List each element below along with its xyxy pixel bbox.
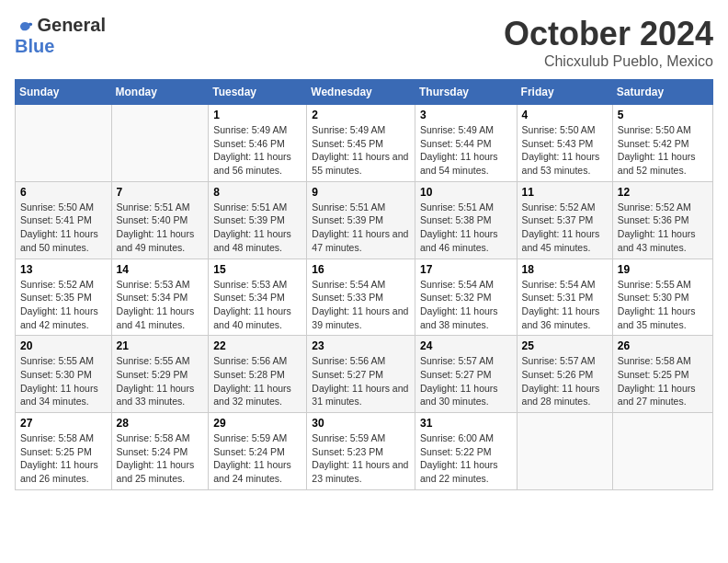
day-number: 8 [213,186,301,199]
day-info: Sunrise: 5:51 AMSunset: 5:39 PMDaylight:… [312,201,410,255]
logo-blue-text: Blue [15,36,54,56]
day-info: Sunrise: 5:56 AMSunset: 5:28 PMDaylight:… [213,354,301,408]
header-day-thursday: Thursday [415,80,517,105]
day-info: Sunrise: 5:51 AMSunset: 5:39 PMDaylight:… [213,201,301,255]
calendar-cell: 19Sunrise: 5:55 AMSunset: 5:30 PMDayligh… [612,259,712,336]
day-number: 3 [420,109,512,121]
week-row-3: 13Sunrise: 5:52 AMSunset: 5:35 PMDayligh… [16,259,713,336]
day-info: Sunrise: 5:54 AMSunset: 5:33 PMDaylight:… [312,278,410,332]
day-number: 28 [117,417,204,430]
calendar-cell: 9Sunrise: 5:51 AMSunset: 5:39 PMDaylight… [307,181,415,259]
calendar-cell: 12Sunrise: 5:52 AMSunset: 5:36 PMDayligh… [612,181,712,259]
day-info: Sunrise: 5:51 AMSunset: 5:40 PMDaylight:… [117,201,204,255]
day-info: Sunrise: 5:59 AMSunset: 5:23 PMDaylight:… [312,431,410,486]
day-info: Sunrise: 5:50 AMSunset: 5:43 PMDaylight:… [522,123,608,178]
day-number: 14 [117,263,204,276]
day-number: 27 [20,417,107,430]
calendar-table: SundayMondayTuesdayWednesdayThursdayFrid… [15,79,713,490]
week-row-5: 27Sunrise: 5:58 AMSunset: 5:25 PMDayligh… [16,413,713,490]
calendar-cell: 24Sunrise: 5:57 AMSunset: 5:27 PMDayligh… [415,336,517,413]
day-info: Sunrise: 5:53 AMSunset: 5:34 PMDaylight:… [213,278,301,332]
week-row-4: 20Sunrise: 5:55 AMSunset: 5:30 PMDayligh… [16,336,713,413]
day-number: 6 [20,186,107,199]
calendar-cell: 15Sunrise: 5:53 AMSunset: 5:34 PMDayligh… [209,259,307,336]
day-number: 9 [312,186,410,199]
day-info: Sunrise: 5:50 AMSunset: 5:42 PMDaylight:… [618,123,708,178]
day-info: Sunrise: 6:00 AMSunset: 5:22 PMDaylight:… [420,431,512,486]
calendar-cell [612,413,712,490]
subtitle: Chicxulub Pueblo, Mexico [504,53,713,70]
calendar-cell: 3Sunrise: 5:49 AMSunset: 5:44 PMDaylight… [415,105,517,182]
logo-general-text: General [37,15,105,35]
calendar-cell: 13Sunrise: 5:52 AMSunset: 5:35 PMDayligh… [16,259,112,336]
day-info: Sunrise: 5:52 AMSunset: 5:36 PMDaylight:… [618,201,708,255]
day-info: Sunrise: 5:52 AMSunset: 5:37 PMDaylight:… [522,201,608,255]
day-number: 31 [420,417,512,430]
calendar-cell: 5Sunrise: 5:50 AMSunset: 5:42 PMDaylight… [612,105,712,182]
day-info: Sunrise: 5:50 AMSunset: 5:41 PMDaylight:… [20,201,107,255]
calendar-cell: 28Sunrise: 5:58 AMSunset: 5:24 PMDayligh… [111,413,209,490]
day-info: Sunrise: 5:58 AMSunset: 5:24 PMDaylight:… [117,431,204,486]
calendar-body: 1Sunrise: 5:49 AMSunset: 5:46 PMDaylight… [16,105,713,490]
day-info: Sunrise: 5:55 AMSunset: 5:30 PMDaylight:… [618,278,708,332]
calendar-cell: 2Sunrise: 5:49 AMSunset: 5:45 PMDaylight… [307,105,415,182]
day-info: Sunrise: 5:59 AMSunset: 5:24 PMDaylight:… [213,431,301,486]
header-row: SundayMondayTuesdayWednesdayThursdayFrid… [16,80,713,105]
day-number: 21 [117,339,204,352]
day-number: 11 [522,186,608,199]
day-number: 25 [522,339,608,352]
calendar-cell: 30Sunrise: 5:59 AMSunset: 5:23 PMDayligh… [307,413,415,490]
day-number: 10 [420,186,512,199]
header-day-monday: Monday [111,80,209,105]
day-number: 16 [312,263,410,276]
day-number: 2 [312,109,410,121]
day-info: Sunrise: 5:58 AMSunset: 5:25 PMDaylight:… [20,431,107,486]
day-info: Sunrise: 5:51 AMSunset: 5:38 PMDaylight:… [420,201,512,255]
calendar-cell: 25Sunrise: 5:57 AMSunset: 5:26 PMDayligh… [517,336,612,413]
calendar-cell: 10Sunrise: 5:51 AMSunset: 5:38 PMDayligh… [415,181,517,259]
calendar-cell: 14Sunrise: 5:53 AMSunset: 5:34 PMDayligh… [111,259,209,336]
calendar-cell: 7Sunrise: 5:51 AMSunset: 5:40 PMDaylight… [111,181,209,259]
day-info: Sunrise: 5:49 AMSunset: 5:45 PMDaylight:… [312,123,410,178]
calendar-cell [16,105,112,182]
day-number: 12 [618,186,708,199]
day-info: Sunrise: 5:57 AMSunset: 5:27 PMDaylight:… [420,354,512,408]
day-info: Sunrise: 5:54 AMSunset: 5:31 PMDaylight:… [522,278,608,332]
day-number: 15 [213,263,301,276]
day-info: Sunrise: 5:49 AMSunset: 5:46 PMDaylight:… [213,123,301,178]
day-number: 23 [312,339,410,352]
calendar-cell: 11Sunrise: 5:52 AMSunset: 5:37 PMDayligh… [517,181,612,259]
page-header: General Blue October 2024 Chicxulub Pueb… [15,15,713,70]
calendar-cell: 18Sunrise: 5:54 AMSunset: 5:31 PMDayligh… [517,259,612,336]
calendar-cell: 4Sunrise: 5:50 AMSunset: 5:43 PMDaylight… [517,105,612,182]
day-info: Sunrise: 5:55 AMSunset: 5:30 PMDaylight:… [20,354,107,408]
calendar-cell: 21Sunrise: 5:55 AMSunset: 5:29 PMDayligh… [111,336,209,413]
day-number: 24 [420,339,512,352]
calendar-cell: 17Sunrise: 5:54 AMSunset: 5:32 PMDayligh… [415,259,517,336]
week-row-2: 6Sunrise: 5:50 AMSunset: 5:41 PMDaylight… [16,181,713,259]
day-info: Sunrise: 5:52 AMSunset: 5:35 PMDaylight:… [20,278,107,332]
calendar-cell: 26Sunrise: 5:58 AMSunset: 5:25 PMDayligh… [612,336,712,413]
calendar-cell [111,105,209,182]
calendar-cell: 29Sunrise: 5:59 AMSunset: 5:24 PMDayligh… [209,413,307,490]
week-row-1: 1Sunrise: 5:49 AMSunset: 5:46 PMDaylight… [16,105,713,182]
day-info: Sunrise: 5:55 AMSunset: 5:29 PMDaylight:… [117,354,204,408]
day-number: 5 [618,109,708,121]
header-day-tuesday: Tuesday [209,80,307,105]
header-day-wednesday: Wednesday [307,80,415,105]
header-day-friday: Friday [517,80,612,105]
main-title: October 2024 [504,15,713,53]
calendar-cell: 6Sunrise: 5:50 AMSunset: 5:41 PMDaylight… [16,181,112,259]
day-info: Sunrise: 5:57 AMSunset: 5:26 PMDaylight:… [522,354,608,408]
day-number: 18 [522,263,608,276]
calendar-cell: 8Sunrise: 5:51 AMSunset: 5:39 PMDaylight… [209,181,307,259]
calendar-cell: 20Sunrise: 5:55 AMSunset: 5:30 PMDayligh… [16,336,112,413]
header-day-saturday: Saturday [612,80,712,105]
day-number: 22 [213,339,301,352]
day-number: 30 [312,417,410,430]
day-info: Sunrise: 5:53 AMSunset: 5:34 PMDaylight:… [117,278,204,332]
header-day-sunday: Sunday [16,80,112,105]
day-number: 1 [213,109,301,121]
calendar-cell: 22Sunrise: 5:56 AMSunset: 5:28 PMDayligh… [209,336,307,413]
day-number: 19 [618,263,708,276]
